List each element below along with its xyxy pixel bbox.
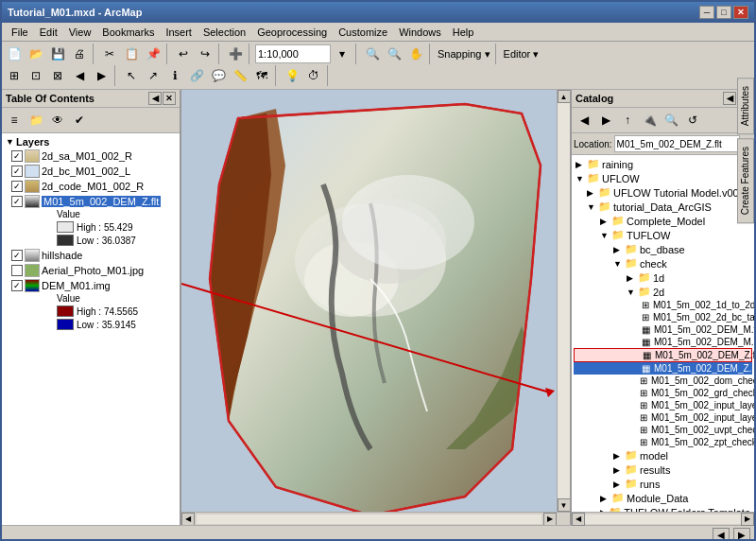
- menu-help[interactable]: Help: [447, 25, 480, 40]
- toc-check-hillshade[interactable]: [11, 250, 23, 261]
- zoom-in-button[interactable]: 🔍: [362, 44, 383, 64]
- tree-item-complete-model[interactable]: ▶ 📁 Complete_Model: [574, 214, 752, 228]
- add-data-button[interactable]: ➕: [225, 44, 246, 64]
- menu-windows[interactable]: Windows: [393, 25, 447, 40]
- catalog-location-input[interactable]: [614, 135, 740, 152]
- toc-check-dem-z[interactable]: [11, 196, 23, 207]
- status-btn-2[interactable]: ▶: [733, 528, 750, 542]
- tree-item-dem-z-flt[interactable]: ▦ M01_5m_002_DEM_Z.flt: [574, 348, 752, 362]
- tree-item-tuflow[interactable]: ▼ 📁 TUFLOW: [574, 228, 752, 242]
- menu-selection[interactable]: Selection: [198, 25, 251, 40]
- status-btn-1[interactable]: ◀: [713, 528, 730, 542]
- catalog-h-scroll[interactable]: ◀ ▶: [572, 512, 754, 525]
- menu-file[interactable]: File: [6, 25, 34, 40]
- toc-layers-group[interactable]: ▼ Layers: [4, 135, 178, 148]
- toc-list-by-visibility[interactable]: 👁: [47, 110, 68, 131]
- layer-name-aerial[interactable]: Aerial_Photo_M01.jpg: [42, 265, 144, 276]
- map-horizontal-scrollbar[interactable]: ◀ ▶: [181, 512, 570, 525]
- catalog-back-button[interactable]: ◀: [574, 110, 594, 131]
- copy-button[interactable]: 📋: [121, 44, 142, 64]
- tree-item-module-data[interactable]: ▶ 📁 Module_Data: [574, 491, 752, 505]
- catalog-refresh-button[interactable]: ↺: [682, 110, 703, 131]
- select-elements-button[interactable]: ↗: [143, 65, 163, 86]
- scroll-left-button[interactable]: ◀: [181, 513, 195, 526]
- identify-button[interactable]: ℹ: [164, 65, 185, 86]
- scale-input[interactable]: [255, 44, 331, 63]
- toc-close-button[interactable]: ✕: [163, 92, 176, 105]
- tree-item-1d[interactable]: ▶ 📁 1d: [574, 270, 752, 285]
- catalog-forward-button[interactable]: ▶: [595, 110, 616, 131]
- close-button[interactable]: ✕: [733, 6, 748, 19]
- menu-edit[interactable]: Edit: [34, 25, 63, 40]
- select-button[interactable]: ↖: [121, 65, 142, 86]
- tree-item-input-layers-2[interactable]: ⊞ M01_5m_002_input_layers.m...: [574, 411, 752, 424]
- tree-item-dom-check[interactable]: ⊞ M01_5m_002_dom_check_R...: [574, 375, 752, 387]
- zoom-full-button[interactable]: ⊞: [4, 65, 25, 86]
- redo-button[interactable]: ↪: [195, 44, 215, 64]
- layer-name-2d-bc[interactable]: 2d_bc_M01_002_L: [42, 166, 130, 177]
- tree-item-uvpt-check[interactable]: ⊞ M01_5m_002_uvpt_check_P...: [574, 424, 752, 436]
- catalog-undock-button[interactable]: ◀: [723, 92, 736, 105]
- pan-button[interactable]: ✋: [405, 44, 426, 64]
- attributes-tab[interactable]: Attributes: [737, 78, 754, 134]
- layer-name-dem-img[interactable]: DEM_M01.img: [42, 280, 111, 291]
- catalog-connect-button[interactable]: 🔌: [639, 110, 660, 131]
- catalog-scroll-right[interactable]: ▶: [741, 513, 754, 526]
- tree-item-2d-bc-tables[interactable]: ⊞ M01_5m_002_2d_bc_tables_c...: [574, 311, 752, 323]
- scroll-v-track[interactable]: [558, 103, 570, 498]
- catalog-scroll-left[interactable]: ◀: [572, 513, 585, 526]
- layer-name-dem-z[interactable]: M01_5m_002_DEM_Z.flt: [42, 196, 161, 207]
- menu-bookmarks[interactable]: Bookmarks: [96, 25, 160, 40]
- tree-item-uflow-model[interactable]: ▶ 📁 UFLOW Tutorial Model.v003: [574, 185, 752, 200]
- tree-item-tutorial-data[interactable]: ▼ 📁 tutorial_Data_ArcGIS: [574, 200, 752, 214]
- layer-name-hillshade[interactable]: hillshade: [42, 250, 82, 261]
- map-vertical-scrollbar[interactable]: ▲ ▼: [557, 90, 570, 512]
- menu-insert[interactable]: Insert: [160, 25, 198, 40]
- tree-item-bc-dbase[interactable]: ▶ 📁 bc_dbase: [574, 242, 752, 256]
- hyperlink-button[interactable]: 🔗: [186, 65, 207, 86]
- tree-item-raining[interactable]: ▶ 📁 raining: [574, 157, 752, 171]
- zoom-out-button[interactable]: 🔍: [384, 44, 404, 64]
- tree-item-input-layers-1[interactable]: ⊞ M01_5m_002_input_layers.m...: [574, 399, 752, 411]
- catalog-scroll-track[interactable]: [585, 515, 741, 524]
- tree-item-zpt-check[interactable]: ⊞ M01_5m_002_zpt_check_P.sh...: [574, 436, 752, 448]
- find-route-button[interactable]: 🗺: [251, 65, 272, 86]
- map-area[interactable]: ◀ ▶ ▲ ▼: [181, 90, 570, 525]
- zoom-layer-button[interactable]: ⊡: [26, 65, 46, 86]
- print-button[interactable]: 🖨: [69, 44, 90, 64]
- html-popup-button[interactable]: 💬: [208, 65, 229, 86]
- tree-item-2d[interactable]: ▼ 📁 2d: [574, 285, 752, 299]
- tree-item-runs[interactable]: ▶ 📁 runs: [574, 477, 752, 491]
- menu-customize[interactable]: Customize: [333, 25, 393, 40]
- maximize-button[interactable]: □: [716, 6, 731, 19]
- undo-button[interactable]: ↩: [173, 44, 194, 64]
- forward-button[interactable]: ▶: [91, 65, 112, 86]
- layer-name-2d-code[interactable]: 2d_code_M01_002_R: [42, 181, 144, 192]
- time-slider-button[interactable]: ⏱: [303, 65, 324, 86]
- tree-item-model[interactable]: ▶ 📁 model: [574, 448, 752, 462]
- tree-item-dem-m-pri[interactable]: ▦ M01_5m_002_DEM_M.pri...: [574, 336, 752, 348]
- catalog-up-button[interactable]: ↑: [617, 110, 638, 131]
- toc-list-by-selection[interactable]: ✔: [69, 110, 90, 131]
- paste-button[interactable]: 📌: [143, 44, 163, 64]
- tree-item-grd-check[interactable]: ⊞ M01_5m_002_grd_check_Rs...: [574, 387, 752, 399]
- tree-item-dem-m-flt[interactable]: ▦ M01_5m_002_DEM_M.flt: [574, 323, 752, 336]
- open-button[interactable]: 📂: [26, 44, 46, 64]
- toc-list-by-source[interactable]: 📁: [26, 110, 46, 131]
- tree-item-tuflow-template[interactable]: ▶ 📁 TUFLOW Folders Template: [574, 505, 752, 512]
- tree-item-1d-to-2d[interactable]: ⊞ M01_5m_002_1d_to_2d_chec...: [574, 299, 752, 311]
- measure-button[interactable]: 📏: [230, 65, 250, 86]
- back-button[interactable]: ◀: [69, 65, 90, 86]
- create-features-tab[interactable]: Create Features: [737, 138, 754, 223]
- tree-item-check[interactable]: ▼ 📁 check: [574, 256, 752, 270]
- tree-item-uflow[interactable]: ▼ 📁 UFLOW: [574, 171, 752, 185]
- menu-geoprocessing[interactable]: Geoprocessing: [251, 25, 333, 40]
- layer-name-2d-sa[interactable]: 2d_sa_M01_002_R: [42, 150, 132, 162]
- menu-view[interactable]: View: [63, 25, 97, 40]
- toc-check-2d-sa[interactable]: [11, 150, 23, 162]
- minimize-button[interactable]: ─: [699, 6, 714, 19]
- toc-list-by-drawing-order[interactable]: ≡: [4, 110, 25, 131]
- catalog-search-button[interactable]: 🔍: [661, 110, 681, 131]
- tree-item-results[interactable]: ▶ 📁 results: [574, 462, 752, 477]
- toc-check-2d-code[interactable]: [11, 181, 23, 192]
